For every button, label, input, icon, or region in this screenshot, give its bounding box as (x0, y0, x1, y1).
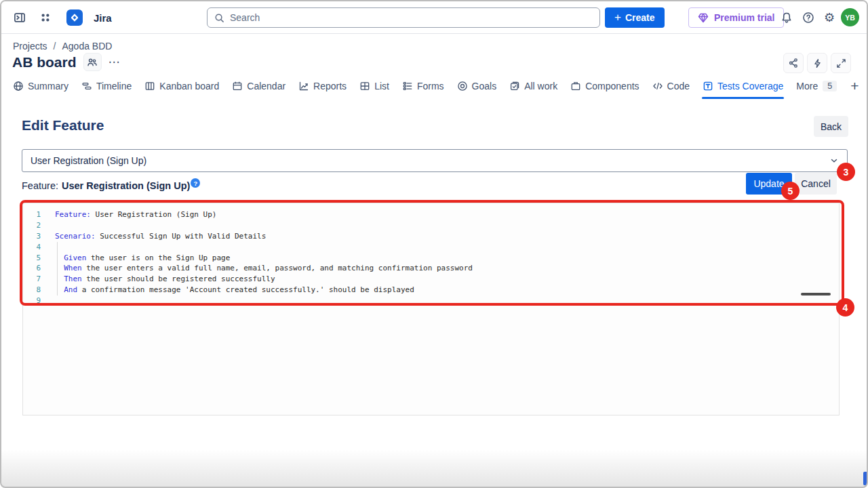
board-tabs: Summary Timeline Kanban board (13, 76, 860, 96)
tab-label: Components (585, 81, 639, 92)
tab-code[interactable]: Code (652, 76, 690, 96)
tab-more[interactable]: More 5 (796, 81, 837, 92)
code-line (55, 220, 473, 231)
search-input[interactable] (230, 12, 593, 23)
tab-summary[interactable]: Summary (13, 76, 68, 96)
back-button[interactable]: Back (814, 116, 848, 137)
annotation-badge-5: 5 (781, 182, 800, 200)
feature-help-icon[interactable]: ? (191, 178, 200, 188)
notifications-button[interactable] (776, 7, 797, 28)
code-line: Scenario: Successful Sign Up with Valid … (55, 231, 473, 242)
annotation-badge-3: 3 (837, 163, 855, 181)
board-members-button[interactable] (83, 53, 102, 71)
line-number: 7 (23, 274, 41, 285)
chevron-down-icon (829, 156, 839, 165)
premium-trial-button[interactable]: Premium trial (688, 7, 784, 28)
board-more-menu[interactable]: ⋯ (108, 55, 121, 69)
line-number: 2 (23, 220, 41, 231)
code-line (55, 242, 473, 253)
jira-window: Jira + Create Premium trial (0, 0, 868, 488)
more-label: More (796, 81, 818, 92)
tab-forms[interactable]: Forms (402, 76, 444, 96)
tab-label: Summary (28, 81, 68, 92)
breadcrumb-separator: / (54, 41, 56, 52)
page-title: Edit Feature (22, 117, 104, 134)
tests-coverage-icon (703, 81, 713, 92)
create-button-label: Create (625, 12, 655, 23)
expand-icon (836, 58, 846, 68)
cancel-button[interactable]: Cancel (795, 173, 837, 195)
tab-list[interactable]: List (359, 76, 389, 96)
tab-tests-coverage[interactable]: Tests Coverage (703, 76, 783, 96)
tab-label: Calendar (247, 81, 285, 92)
breadcrumb-project-name[interactable]: Agoda BDD (62, 41, 112, 52)
annotation-badge-4: 4 (836, 298, 854, 317)
line-number: 3 (23, 231, 41, 242)
chart-line-icon (298, 81, 309, 92)
tab-label: Code (667, 81, 690, 92)
sidebar-toggle-icon (14, 12, 26, 24)
tab-label: Timeline (96, 81, 132, 92)
automation-button[interactable] (807, 53, 827, 73)
app-name: Jira (94, 12, 112, 24)
user-avatar[interactable]: YB (841, 8, 859, 26)
components-icon (570, 81, 581, 92)
code-line (55, 296, 473, 306)
board-columns-icon (144, 81, 155, 92)
target-icon (457, 81, 468, 92)
sidebar-toggle-button[interactable] (9, 7, 30, 28)
tab-label: Kanban board (159, 81, 219, 92)
feature-name: User Registration (Sign Up) (62, 180, 190, 191)
lightning-icon (812, 58, 823, 68)
topbar-left-group: Jira (9, 1, 112, 34)
feature-code-editor[interactable]: 1 2 3 4 5 6 7 8 9 Feature: User Registra… (22, 203, 840, 415)
tab-label: Forms (417, 81, 444, 92)
tab-goals[interactable]: Goals (457, 76, 497, 96)
all-work-icon (509, 81, 520, 92)
create-button[interactable]: + Create (605, 7, 665, 28)
tab-label: Reports (313, 81, 347, 92)
line-number: 8 (23, 285, 41, 296)
code-line: When the user enters a valid full name, … (55, 263, 473, 274)
add-tab-button[interactable]: + (850, 78, 859, 94)
global-search[interactable] (207, 7, 600, 28)
tab-calendar[interactable]: Calendar (232, 76, 285, 96)
breadcrumb: Projects / Agoda BDD (13, 41, 112, 52)
table-icon (359, 81, 370, 92)
tab-components[interactable]: Components (570, 76, 639, 96)
breadcrumb-projects[interactable]: Projects (13, 41, 47, 52)
board-title: AB board (12, 54, 77, 70)
tab-label: All work (524, 81, 557, 92)
feature-label-prefix: Feature: (22, 180, 58, 191)
code-line: Then the user should be registered succe… (55, 274, 473, 285)
fullscreen-button[interactable] (831, 53, 851, 73)
editor-code: Feature: User Registration (Sign Up) Sce… (55, 209, 473, 306)
help-button[interactable] (798, 7, 818, 28)
timeline-icon (81, 81, 92, 92)
app-switcher-button[interactable] (35, 7, 56, 28)
calendar-icon (232, 81, 243, 92)
edge-scroll-fragment (863, 472, 867, 485)
feature-select[interactable]: User Registration (Sign Up) (22, 149, 848, 172)
line-number: 4 (23, 242, 41, 253)
editor-line-numbers: 1 2 3 4 5 6 7 8 9 (23, 209, 41, 306)
settings-button[interactable]: ⚙ (819, 7, 840, 28)
line-number: 6 (23, 263, 41, 274)
tab-kanban-board[interactable]: Kanban board (144, 76, 219, 96)
tab-reports[interactable]: Reports (298, 76, 347, 96)
share-button[interactable] (783, 53, 804, 73)
forms-icon (402, 81, 413, 92)
plus-icon: + (614, 11, 621, 24)
line-number: 9 (23, 296, 41, 306)
code-line: Given the user is on the Sign Up page (55, 253, 473, 264)
globe-icon (13, 81, 24, 92)
jira-logo-icon[interactable] (66, 9, 83, 26)
tab-all-work[interactable]: All work (509, 76, 557, 96)
premium-trial-label: Premium trial (714, 12, 774, 23)
tab-timeline[interactable]: Timeline (81, 76, 132, 96)
editor-scrollbar-thumb[interactable] (801, 293, 831, 296)
window-bottom-shadow (1, 449, 867, 487)
code-line: Feature: User Registration (Sign Up) (55, 209, 473, 220)
gem-icon (698, 13, 709, 23)
tab-label: Tests Coverage (717, 81, 783, 92)
